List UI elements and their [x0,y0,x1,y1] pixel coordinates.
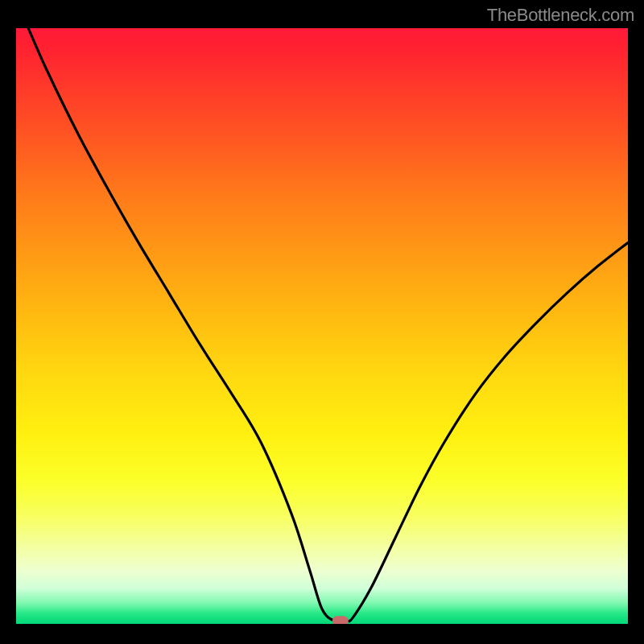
watermark-text: TheBottleneck.com [487,5,634,26]
minimum-point-marker [332,616,349,624]
bottleneck-curve [28,28,628,622]
chart-plot-area [16,28,628,624]
chart-svg [16,28,628,624]
